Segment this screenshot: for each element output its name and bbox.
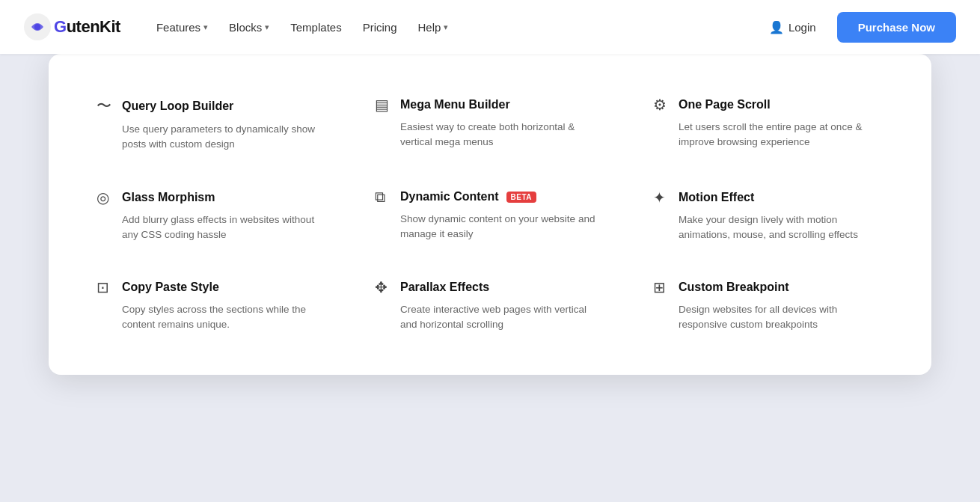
feature-custom-breakpoint[interactable]: ⊞ Custom Breakpoint Design websites for … <box>641 263 895 348</box>
logo-text: GutenKit <box>54 17 120 37</box>
nav-pricing[interactable]: Pricing <box>354 15 406 40</box>
navbar: GutenKit Features ▾ Blocks ▾ Templates P… <box>0 0 980 54</box>
beta-badge: BETA <box>506 192 536 203</box>
chevron-down-icon: ▾ <box>265 22 269 32</box>
logo[interactable]: GutenKit <box>24 13 120 40</box>
nav-blocks[interactable]: Blocks ▾ <box>220 15 278 40</box>
feature-query-loop-builder[interactable]: 〜 Query Loop Builder Use query parameter… <box>85 81 339 168</box>
feature-mega-menu-builder[interactable]: ▤ Mega Menu Builder Easiest way to creat… <box>363 81 617 168</box>
chevron-down-icon: ▾ <box>444 22 448 32</box>
nav-features[interactable]: Features ▾ <box>147 15 217 40</box>
svg-point-1 <box>34 24 40 30</box>
user-icon: 👤 <box>769 20 784 34</box>
glass-morphism-icon: ◎ <box>97 189 114 206</box>
dynamic-content-icon: ⧉ <box>375 189 393 206</box>
login-button[interactable]: 👤 Login <box>760 14 825 40</box>
nav-links: Features ▾ Blocks ▾ Templates Pricing He… <box>147 15 760 40</box>
nav-templates[interactable]: Templates <box>281 15 350 40</box>
feature-glass-morphism[interactable]: ◎ Glass Morphism Add blurry glass effect… <box>85 174 339 258</box>
purchase-now-button[interactable]: Purchase Now <box>837 12 956 43</box>
feature-parallax-effects[interactable]: ✥ Parallax Effects Create interactive we… <box>363 263 617 348</box>
nav-actions: 👤 Login Purchase Now <box>760 12 956 43</box>
nav-help[interactable]: Help ▾ <box>409 15 458 40</box>
feature-dynamic-content[interactable]: ⧉ Dynamic Content BETA Show dynamic cont… <box>363 174 617 258</box>
feature-motion-effect[interactable]: ✦ Motion Effect Make your design lively … <box>641 174 895 258</box>
parallax-icon: ✥ <box>375 278 393 296</box>
feature-copy-paste-style[interactable]: ⊡ Copy Paste Style Copy styles across th… <box>85 263 339 348</box>
chevron-down-icon: ▾ <box>203 22 208 32</box>
copy-paste-icon: ⊡ <box>97 278 114 296</box>
feature-one-page-scroll[interactable]: ⚙ One Page Scroll Let users scroll the e… <box>641 81 895 168</box>
motion-effect-icon: ✦ <box>653 189 671 206</box>
breakpoint-icon: ⊞ <box>653 278 671 296</box>
features-dropdown: 〜 Query Loop Builder Use query parameter… <box>49 54 931 375</box>
one-page-scroll-icon: ⚙ <box>653 96 671 114</box>
query-loop-icon: 〜 <box>97 96 114 116</box>
mega-menu-icon: ▤ <box>375 96 393 114</box>
